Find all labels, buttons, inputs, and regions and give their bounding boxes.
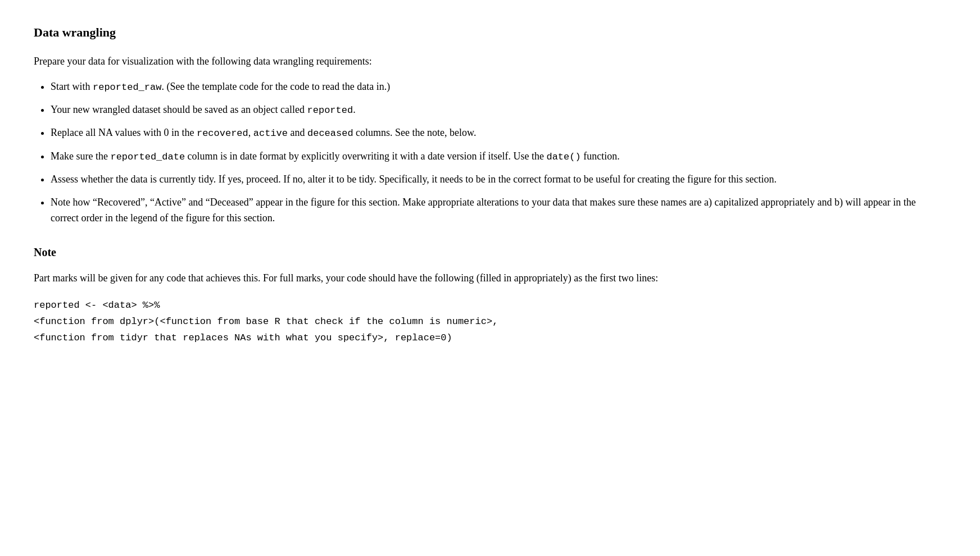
list-item-3-text-after: columns. See the note, below. (353, 127, 477, 138)
list-item-6-text: Note how “Recovered”, “Active” and “Dece… (51, 197, 916, 224)
bullet-list: Start with reported_raw. (See the templa… (51, 79, 946, 226)
note-paragraph: Part marks will be given for any code th… (34, 270, 946, 286)
code-line-2: <function from dplyr>(<function from bas… (34, 314, 946, 330)
list-item-4: Make sure the reported_date column is in… (51, 148, 946, 165)
list-item-3-code3: deceased (307, 128, 353, 139)
list-item-4-code1: reported_date (110, 152, 185, 162)
list-item-3-code1: recovered (197, 128, 248, 139)
list-item-3-code2: active (253, 128, 288, 139)
list-item-4-text-before: Make sure the (51, 151, 110, 162)
list-item-6: Note how “Recovered”, “Active” and “Dece… (51, 194, 946, 227)
list-item-3-text-middle1: , (248, 127, 253, 138)
code-block: reported <- <data> %>% <function from dp… (34, 298, 946, 347)
list-item-3-text-before: Replace all NA values with 0 in the (51, 127, 197, 138)
intro-paragraph: Prepare your data for visualization with… (34, 53, 946, 70)
list-item-5: Assess whether the data is currently tid… (51, 171, 946, 188)
note-heading: Note (34, 243, 946, 261)
main-heading: Data wrangling (34, 22, 946, 42)
list-item-3: Replace all NA values with 0 in the reco… (51, 125, 946, 141)
list-item-2-text-after: . (353, 104, 356, 115)
list-item-2: Your new wrangled dataset should be save… (51, 102, 946, 118)
list-item-4-text-after: function. (581, 151, 620, 162)
list-item-4-code2: date() (546, 152, 580, 162)
list-item-1-code1: reported_raw (93, 82, 161, 93)
list-item-1-text-after: . (See the template code for the code to… (161, 81, 390, 92)
code-line-3: <function from tidyr that replaces NAs w… (34, 330, 946, 347)
list-item-2-code1: reported (307, 105, 353, 116)
list-item-4-text-middle: column is in date format by explicitly o… (185, 151, 546, 162)
list-item-1: Start with reported_raw. (See the templa… (51, 79, 946, 95)
page-container: Data wrangling Prepare your data for vis… (34, 22, 946, 347)
list-item-3-text-middle2: and (288, 127, 307, 138)
code-line-1: reported <- <data> %>% (34, 298, 946, 314)
note-section: Note Part marks will be given for any co… (34, 243, 946, 346)
list-item-5-text: Assess whether the data is currently tid… (51, 174, 777, 185)
list-item-1-text-before: Start with (51, 81, 93, 92)
list-item-2-text-before: Your new wrangled dataset should be save… (51, 104, 307, 115)
